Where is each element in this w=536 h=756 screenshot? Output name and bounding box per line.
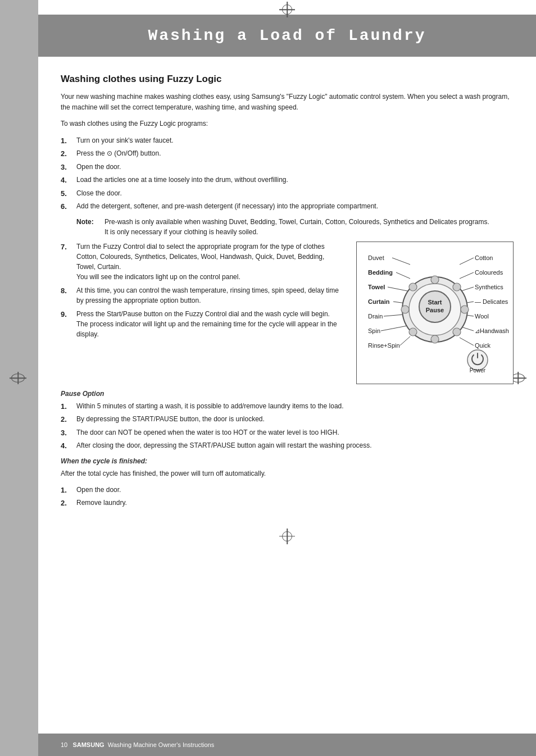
svg-point-30 bbox=[431, 276, 439, 284]
svg-text:Duvet: Duvet bbox=[368, 254, 384, 261]
main-steps-list: 1. Turn on your sink's water faucet. 2. … bbox=[61, 135, 514, 212]
svg-text:Start: Start bbox=[428, 299, 442, 306]
step-3-num: 3. bbox=[61, 162, 76, 173]
reg-mark-bottom bbox=[61, 531, 514, 570]
svg-text:Spin: Spin bbox=[368, 327, 380, 334]
svg-text:— Delicates: — Delicates bbox=[475, 298, 508, 305]
step-8: 8. At this time, you can control the was… bbox=[61, 285, 345, 306]
svg-text:⊿Handwash: ⊿Handwash bbox=[475, 327, 509, 334]
step-4: 4. Load the articles one at a time loose… bbox=[61, 175, 514, 186]
intro-para-1: Your new washing machine makes washing c… bbox=[61, 92, 514, 113]
step-5: 5. Close the door. bbox=[61, 188, 514, 199]
step-4-text: Load the articles one at a time loosely … bbox=[76, 175, 514, 185]
steps-7-9: 7. Turn the Fuzzy Control dial to select… bbox=[61, 242, 345, 384]
step-8-num: 8. bbox=[61, 285, 76, 297]
cycle-step-2: 2. Remove laundry. bbox=[61, 498, 514, 509]
pause-step-4-num: 4. bbox=[61, 440, 76, 452]
step-3: 3. Open the door. bbox=[61, 162, 514, 173]
cycle-finished-steps: 1. Open the door. 2. Remove laundry. bbox=[61, 485, 514, 509]
steps-7-9-list: 7. Turn the Fuzzy Control dial to select… bbox=[61, 242, 345, 339]
pause-step-3: 3. The door can NOT be opened when the w… bbox=[61, 427, 514, 439]
content-area: Washing a Load of Laundry Washing clothe… bbox=[38, 0, 536, 756]
cycle-step-1-text: Open the door. bbox=[76, 485, 514, 495]
svg-point-33 bbox=[453, 328, 461, 336]
svg-line-15 bbox=[396, 272, 410, 279]
step-7-text: Turn the Fuzzy Control dial to select th… bbox=[76, 242, 345, 282]
svg-point-31 bbox=[453, 283, 461, 291]
svg-text:Synthetics: Synthetics bbox=[475, 284, 503, 290]
note-block: Note: Pre-wash is only available when wa… bbox=[76, 217, 514, 237]
svg-line-27 bbox=[460, 338, 474, 345]
svg-point-36 bbox=[401, 306, 409, 313]
step-3-text: Open the door. bbox=[76, 162, 514, 172]
dial-diagram: Duvet Bedding Towel Curtain Drain Spin R… bbox=[356, 242, 514, 384]
svg-point-35 bbox=[409, 328, 417, 336]
cycle-finished-intro: After the total cycle has finished, the … bbox=[61, 468, 514, 479]
pause-step-3-num: 3. bbox=[61, 427, 76, 439]
footer-page: 10 bbox=[61, 741, 67, 748]
step-4-num: 4. bbox=[61, 175, 76, 186]
page: Washing a Load of Laundry Washing clothe… bbox=[0, 0, 536, 756]
cycle-step-1-num: 1. bbox=[61, 485, 76, 496]
cycle-step-2-text: Remove laundry. bbox=[76, 498, 514, 508]
step-2-text: Press the ⊙ (On/Off) button. bbox=[76, 148, 514, 158]
page-title: Washing a Load of Laundry bbox=[83, 27, 491, 44]
step-2-num: 2. bbox=[61, 148, 76, 160]
dial-diagram-col: Duvet Bedding Towel Curtain Drain Spin R… bbox=[356, 242, 514, 384]
pause-option-heading: Pause Option bbox=[61, 390, 514, 398]
svg-text:Power: Power bbox=[470, 367, 486, 374]
svg-line-20 bbox=[400, 336, 410, 345]
note-label: Note: bbox=[76, 217, 105, 237]
svg-point-34 bbox=[431, 335, 439, 343]
cycle-finished-heading: When the cycle is finished: bbox=[61, 457, 514, 465]
page-footer: 10 SAMSUNG Washing Machine Owner's Instr… bbox=[38, 734, 536, 756]
svg-line-22 bbox=[460, 272, 474, 279]
step-8-text: At this time, you can control the wash t… bbox=[76, 285, 345, 306]
step-9-num: 9. bbox=[61, 309, 76, 320]
footer-text: 10 SAMSUNG Washing Machine Owner's Instr… bbox=[61, 741, 214, 748]
pause-step-1-num: 1. bbox=[61, 401, 76, 412]
svg-text:Quick: Quick bbox=[475, 342, 491, 349]
svg-line-14 bbox=[392, 258, 410, 265]
step-7-num: 7. bbox=[61, 242, 76, 253]
svg-text:Rinse+Spin: Rinse+Spin bbox=[368, 342, 400, 349]
step-6: 6. Add the detergent, softener, and pre-… bbox=[61, 201, 514, 212]
step-2: 2. Press the ⊙ (On/Off) button. bbox=[61, 148, 514, 160]
pause-step-1: 1. Within 5 minutes of starting a wash, … bbox=[61, 401, 514, 412]
pause-step-2-num: 2. bbox=[61, 414, 76, 425]
svg-line-19 bbox=[381, 325, 410, 331]
svg-line-16 bbox=[388, 287, 410, 292]
footer-desc: Washing Machine Owner's Instructions bbox=[108, 741, 214, 748]
footer-brand: SAMSUNG bbox=[72, 741, 104, 748]
svg-line-21 bbox=[460, 258, 474, 265]
step-1-text: Turn on your sink's water faucet. bbox=[76, 135, 514, 145]
svg-text:Pause: Pause bbox=[426, 307, 444, 313]
pause-step-2-text: By depressing the START/PAUSE button, th… bbox=[76, 414, 514, 424]
pause-step-2: 2. By depressing the START/PAUSE button,… bbox=[61, 414, 514, 425]
step-7: 7. Turn the Fuzzy Control dial to select… bbox=[61, 242, 345, 282]
pause-step-4-text: After closing the door, depressing the S… bbox=[76, 440, 514, 450]
cycle-step-1: 1. Open the door. bbox=[61, 485, 514, 496]
step-5-text: Close the door. bbox=[76, 188, 514, 198]
reg-mark-left bbox=[11, 374, 25, 382]
pause-steps-list: 1. Within 5 minutes of starting a wash, … bbox=[61, 401, 514, 452]
step-9: 9. Press the Start/Pause button on the F… bbox=[61, 309, 345, 339]
note-text: Pre-wash is only available when washing … bbox=[105, 217, 514, 237]
svg-text:Wool: Wool bbox=[475, 313, 489, 320]
step-5-num: 5. bbox=[61, 188, 76, 199]
step-1-num: 1. bbox=[61, 135, 76, 147]
title-banner: Washing a Load of Laundry bbox=[38, 15, 536, 57]
cycle-step-2-num: 2. bbox=[61, 498, 76, 509]
intro-para-2: To wash clothes using the Fuzzy Logic pr… bbox=[61, 119, 514, 129]
section-heading: Washing clothes using Fuzzy Logic bbox=[61, 74, 514, 85]
svg-point-37 bbox=[409, 283, 417, 291]
svg-text:Curtain: Curtain bbox=[368, 298, 390, 305]
step-6-num: 6. bbox=[61, 201, 76, 212]
svg-text:Drain: Drain bbox=[368, 313, 383, 320]
pause-step-3-text: The door can NOT be opened when the wate… bbox=[76, 427, 514, 438]
svg-text:Towel: Towel bbox=[368, 284, 385, 290]
dial-svg: Duvet Bedding Towel Curtain Drain Spin R… bbox=[365, 248, 511, 377]
svg-text:Cotton: Cotton bbox=[475, 254, 493, 261]
reg-mark-top bbox=[61, 0, 514, 15]
pause-step-4: 4. After closing the door, depressing th… bbox=[61, 440, 514, 452]
